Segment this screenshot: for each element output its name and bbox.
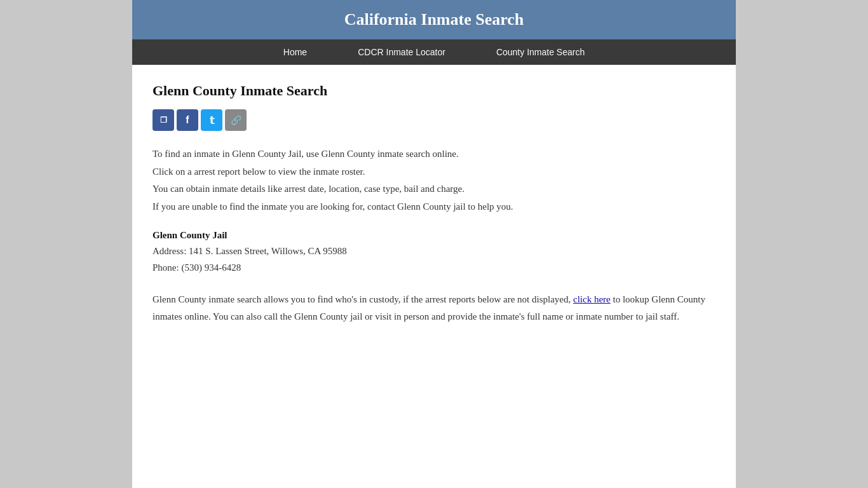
desc-line-4: If you are unable to find the inmate you… [153, 199, 715, 215]
extra-info: Glenn County inmate search allows you to… [153, 291, 715, 325]
share-button[interactable]: ❐ [153, 109, 174, 131]
nav-item-cdcr[interactable]: CDCR Inmate Locator [332, 39, 471, 65]
desc-line-2: Click on a arrest report below to view t… [153, 164, 715, 180]
facebook-button[interactable]: f [177, 109, 198, 131]
description-block: To find an inmate in Glenn County Jail, … [153, 146, 715, 215]
jail-name: Glenn County Jail [153, 230, 715, 241]
twitter-icon: 𝕥 [210, 114, 214, 126]
nav-item-home[interactable]: Home [258, 39, 332, 65]
copy-link-button[interactable]: 🔗 [225, 109, 247, 131]
jail-phone: Phone: (530) 934-6428 [153, 260, 715, 276]
twitter-button[interactable]: 𝕥 [201, 109, 222, 131]
site-header: California Inmate Search [132, 0, 736, 39]
nav-item-county[interactable]: County Inmate Search [471, 39, 610, 65]
jail-address: Address: 141 S. Lassen Street, Willows, … [153, 243, 715, 260]
page-title: Glenn County Inmate Search [153, 83, 715, 99]
page-wrapper: California Inmate Search Home CDCR Inmat… [132, 0, 736, 488]
main-content: Glenn County Inmate Search ❐ f 𝕥 🔗 To fi… [132, 65, 736, 351]
facebook-icon: f [186, 114, 189, 126]
share-icon: ❐ [160, 116, 167, 125]
desc-line-3: You can obtain inmate details like arres… [153, 181, 715, 198]
link-icon: 🔗 [231, 115, 241, 125]
extra-info-before: Glenn County inmate search allows you to… [153, 294, 573, 304]
desc-line-1: To find an inmate in Glenn County Jail, … [153, 146, 715, 163]
social-buttons: ❐ f 𝕥 🔗 [153, 109, 715, 131]
click-here-link[interactable]: click here [573, 294, 611, 304]
nav-bar: Home CDCR Inmate Locator County Inmate S… [132, 39, 736, 65]
jail-info: Glenn County Jail Address: 141 S. Lassen… [153, 230, 715, 276]
site-title: California Inmate Search [132, 10, 736, 29]
